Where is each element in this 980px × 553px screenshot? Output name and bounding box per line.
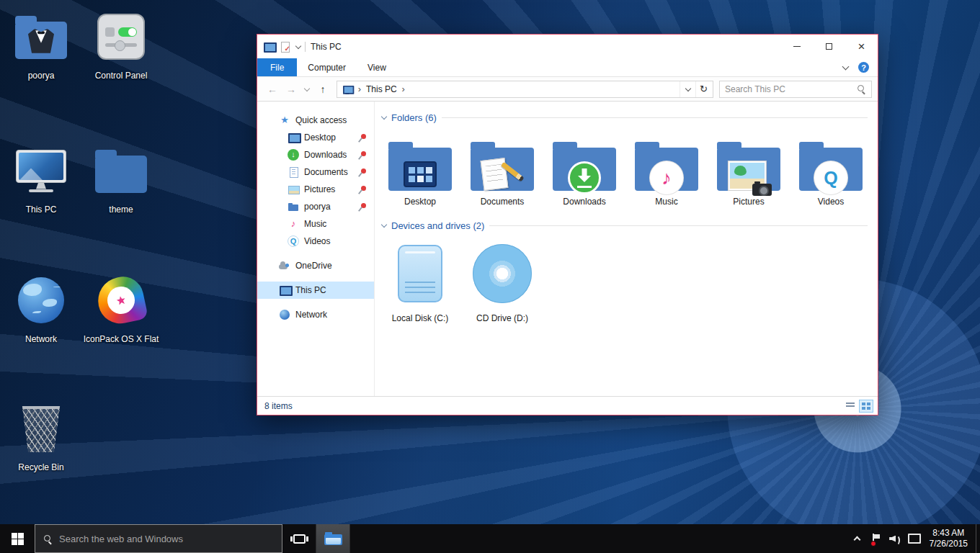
sidebar-item-network[interactable]: Network bbox=[257, 306, 374, 323]
green-toggle bbox=[118, 27, 137, 37]
desktop-icon-poorya[interactable]: poorya bbox=[1, 7, 81, 81]
downloads-icon bbox=[288, 149, 299, 161]
devices-row: Local Disk (C:) CD Drive (D:) bbox=[375, 240, 878, 323]
tab-computer[interactable]: Computer bbox=[297, 58, 357, 76]
desktop-icon-network[interactable]: Network bbox=[1, 271, 81, 344]
tile-label: Downloads bbox=[563, 197, 605, 207]
desktop-icon-label: theme bbox=[109, 204, 133, 215]
recent-locations-chevron[interactable] bbox=[302, 81, 312, 97]
taskbar-file-explorer-button[interactable] bbox=[316, 524, 350, 553]
task-view-button[interactable] bbox=[282, 524, 316, 553]
breadcrumb-separator-icon[interactable] bbox=[401, 84, 406, 94]
sidebar-item-videos[interactable]: Videos bbox=[257, 233, 374, 250]
sidebar-item-pictures[interactable]: Pictures bbox=[257, 181, 374, 198]
qat-customize-chevron-icon[interactable] bbox=[295, 42, 301, 48]
sidebar-item-documents[interactable]: Documents bbox=[257, 163, 374, 181]
desktop-icon-this-pc[interactable]: This PC bbox=[1, 141, 81, 215]
folder-paper-pencil-icon bbox=[471, 129, 534, 191]
pin-icon bbox=[358, 202, 367, 212]
documents-icon bbox=[288, 166, 299, 178]
breadcrumb-item-this-pc[interactable]: This PC bbox=[366, 84, 397, 94]
taskbar-search-input[interactable] bbox=[59, 534, 274, 544]
tab-view[interactable]: View bbox=[357, 58, 397, 76]
music-icon bbox=[288, 218, 299, 230]
up-button[interactable] bbox=[315, 81, 331, 97]
back-button[interactable] bbox=[264, 81, 280, 97]
folder-green-arrow-icon bbox=[553, 129, 616, 191]
tab-file[interactable]: File bbox=[257, 58, 297, 76]
search-icon[interactable] bbox=[857, 84, 866, 94]
sidebar-item-downloads[interactable]: Downloads bbox=[257, 146, 374, 163]
hidden-icons-button[interactable] bbox=[848, 524, 867, 553]
pin-icon bbox=[358, 150, 367, 160]
swirl-shape bbox=[94, 273, 148, 328]
folder-shape bbox=[15, 22, 67, 59]
sidebar-item-quick-access[interactable]: Quick access bbox=[257, 112, 374, 129]
desktop-icon-iconpack[interactable]: IconPack OS X Flat bbox=[81, 271, 161, 344]
section-divider bbox=[489, 225, 868, 226]
desktop-icon-control-panel[interactable]: Control Panel bbox=[81, 7, 161, 81]
tray-flag-button[interactable] bbox=[867, 524, 886, 553]
collapse-chevron-icon[interactable] bbox=[381, 221, 387, 227]
section-title: Devices and drives (2) bbox=[391, 220, 484, 231]
sidebar-item-label: OneDrive bbox=[295, 261, 332, 271]
folder-tile-videos[interactable]: Videos bbox=[790, 129, 872, 207]
drive-tile-cd-d[interactable]: CD Drive (D:) bbox=[461, 240, 543, 323]
taskbar-clock[interactable]: 8:43 AM 7/26/2015 bbox=[923, 524, 976, 553]
drive-tile-local-disk-c[interactable]: Local Disk (C:) bbox=[379, 240, 461, 323]
tile-label: Music bbox=[655, 197, 677, 207]
minimize-icon bbox=[793, 46, 801, 47]
show-desktop-button[interactable] bbox=[976, 524, 980, 553]
details-view-button[interactable] bbox=[843, 400, 858, 413]
user-tux-folder-icon bbox=[15, 7, 67, 66]
explorer-search-input[interactable] bbox=[725, 84, 852, 94]
close-button[interactable]: × bbox=[845, 35, 878, 58]
address-bar: This PC bbox=[257, 77, 878, 102]
windows-logo-icon bbox=[12, 533, 24, 545]
folder-tile-downloads[interactable]: Downloads bbox=[543, 129, 625, 207]
sidebar-item-onedrive[interactable]: OneDrive bbox=[257, 257, 374, 274]
folder-tile-documents[interactable]: Documents bbox=[461, 129, 543, 207]
folder-photo-camera-icon bbox=[717, 129, 780, 191]
sidebar-item-label: Pictures bbox=[304, 184, 335, 194]
view-toggles bbox=[843, 400, 873, 413]
network-globe-icon bbox=[279, 309, 290, 320]
desktop-icon-recycle-bin[interactable]: Recycle Bin bbox=[1, 399, 81, 472]
taskbar-search-box bbox=[35, 524, 282, 553]
large-icons-view-button[interactable] bbox=[859, 400, 873, 413]
sidebar-item-music[interactable]: Music bbox=[257, 215, 374, 233]
tray-display-button[interactable] bbox=[904, 524, 923, 553]
qat-properties-icon[interactable] bbox=[279, 41, 290, 53]
folder-tile-music[interactable]: Music bbox=[625, 129, 708, 207]
folder-tile-pictures[interactable]: Pictures bbox=[708, 129, 790, 207]
address-dropdown-button[interactable] bbox=[680, 81, 695, 97]
control-panel-icon bbox=[97, 7, 145, 66]
minimize-button[interactable] bbox=[780, 35, 813, 58]
recycle-bin-icon bbox=[20, 399, 62, 458]
help-icon[interactable] bbox=[858, 62, 869, 73]
folder-tile-desktop[interactable]: Desktop bbox=[379, 129, 461, 207]
sidebar-item-label: Downloads bbox=[304, 150, 347, 160]
collapse-chevron-icon[interactable] bbox=[381, 113, 387, 119]
pin-icon bbox=[358, 185, 367, 194]
forward-button[interactable] bbox=[283, 81, 299, 97]
tile-label: Pictures bbox=[733, 197, 764, 207]
start-button[interactable] bbox=[0, 524, 35, 553]
desktop-icon-theme[interactable]: theme bbox=[81, 141, 161, 215]
maximize-button[interactable] bbox=[813, 35, 845, 58]
system-tray: 8:43 AM 7/26/2015 bbox=[848, 524, 980, 553]
breadcrumb-separator-icon[interactable] bbox=[357, 84, 362, 94]
expand-ribbon-chevron-icon[interactable] bbox=[842, 63, 850, 70]
tray-volume-button[interactable] bbox=[886, 524, 904, 553]
sidebar-item-desktop[interactable]: Desktop bbox=[257, 129, 374, 146]
sidebar-item-poorya[interactable]: poorya bbox=[257, 198, 374, 215]
sidebar-item-this-pc[interactable]: This PC bbox=[257, 282, 374, 299]
wire-basket-shape bbox=[20, 405, 62, 452]
display-icon bbox=[908, 534, 919, 544]
sidebar-spacer bbox=[257, 274, 374, 282]
breadcrumb[interactable]: This PC bbox=[337, 81, 713, 98]
refresh-button[interactable] bbox=[695, 81, 711, 97]
imac-shape bbox=[16, 150, 66, 192]
titlebar[interactable]: This PC × bbox=[257, 35, 878, 58]
folder-shape bbox=[388, 148, 452, 191]
